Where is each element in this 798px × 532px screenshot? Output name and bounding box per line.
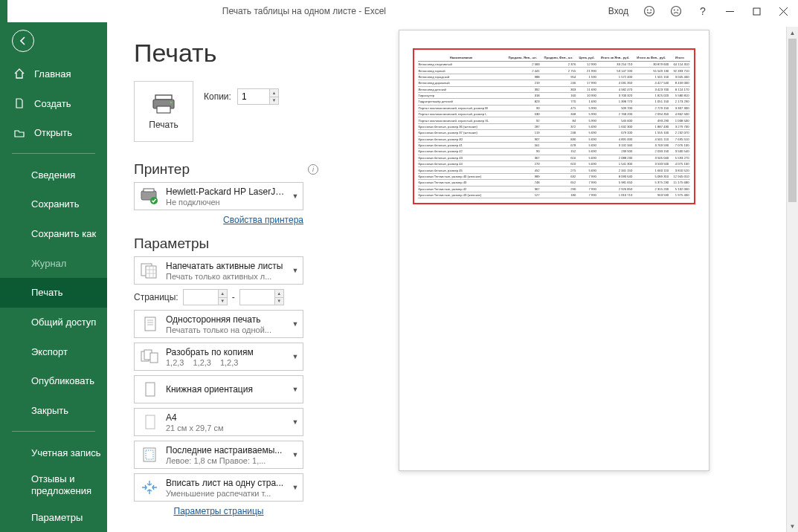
document-icon [13,97,25,109]
fit-dropdown[interactable]: Вписать лист на одну стра...Уменьшение р… [134,473,303,502]
svg-rect-23 [145,317,155,331]
sidebar-item-feedback[interactable]: Отзывы и предложения [0,467,107,503]
spinner-up[interactable]: ▲ [274,290,283,298]
paper-dropdown[interactable]: A421 см x 29,7 см ▼ [134,408,303,436]
sidebar-item-label: Создать [34,98,71,109]
chevron-down-icon: ▼ [291,320,300,328]
collate-icon [139,346,160,367]
sidebar-item-info[interactable]: Сведения [0,160,107,189]
close-button[interactable] [770,0,797,22]
print-button-label: Печать [149,120,178,130]
settings-heading: Параметры [134,236,209,252]
home-icon [13,68,25,80]
folder-open-icon [13,127,25,139]
copies-label: Копии: [204,91,231,102]
portrait-icon [139,379,160,400]
sidebar-item-account[interactable]: Учетная запись [0,438,107,467]
sidebar-item-publish[interactable]: Опубликовать [0,366,107,396]
window-title: Печать таблицы на одном листе - Excel [7,6,601,16]
printer-icon [151,93,176,115]
svg-point-2 [650,10,651,11]
spinner-up[interactable]: ▲ [269,89,278,97]
collate-dropdown[interactable]: Разобрать по копиям1,2,31,2,31,2,3 ▼ [134,343,303,371]
scroll-thumb[interactable] [788,39,797,202]
svg-point-0 [645,7,654,16]
face-happy-icon[interactable] [636,0,663,22]
svg-point-4 [674,10,675,11]
sidebar-item-open[interactable]: Открыть [0,118,107,148]
margins-dropdown[interactable]: Последние настраиваемы...Левое: 1,8 см П… [134,441,303,469]
paper-icon [139,412,160,432]
sidebar-item-saveas[interactable]: Сохранить как [0,219,107,249]
svg-rect-29 [150,353,158,363]
sidebar-item-export[interactable]: Экспорт [0,337,107,366]
sidebar-item-history[interactable]: Журнал [0,248,107,278]
spinner-down[interactable]: ▼ [218,298,227,305]
print-button[interactable]: Печать [134,81,193,142]
help-icon[interactable]: ? [689,0,716,22]
pages-label: Страницы: [134,292,178,302]
printer-status-icon [139,186,160,207]
fit-icon [139,477,160,498]
svg-rect-18 [146,266,156,278]
sides-dropdown[interactable]: Односторонняя печатьПечатать только на о… [134,310,303,338]
svg-rect-7 [753,8,760,15]
one-sided-icon [139,314,160,334]
print-what-dropdown[interactable]: Напечатать активные листыПечать только а… [134,256,303,285]
svg-point-3 [672,7,681,16]
svg-rect-31 [146,415,155,429]
sidebar-item-label: Открыть [34,127,72,138]
page-setup-link[interactable]: Параметры страницы [134,506,303,516]
svg-rect-15 [144,189,154,192]
minimize-button[interactable] [716,0,743,22]
scroll-up-button[interactable]: ▲ [787,27,798,39]
chevron-down-icon: ▼ [291,267,300,274]
spinner-up[interactable]: ▲ [218,290,227,298]
svg-rect-10 [155,95,172,100]
svg-point-1 [647,10,649,11]
preview-table: НаименованиеПродано, Янв., шт.Продано, Ф… [418,54,690,198]
sidebar-item-options[interactable]: Параметры [0,502,107,532]
printer-properties-link[interactable]: Свойства принтера [134,215,303,225]
svg-rect-30 [146,383,155,396]
margins-icon [139,444,160,465]
printer-dropdown[interactable]: Hewlett-Packard HP LaserJe...Не подключе… [134,182,303,210]
pages-sep: - [232,292,235,302]
page-heading: Печать [134,39,321,68]
back-button[interactable] [0,22,107,59]
printer-heading: Принтер [134,161,190,178]
svg-point-5 [677,10,678,11]
scroll-down-button[interactable]: ▼ [787,520,798,532]
maximize-button[interactable] [743,0,770,22]
sidebar-item-share[interactable]: Общий доступ [0,308,107,337]
chevron-down-icon: ▼ [291,192,300,200]
sidebar-item-home[interactable]: Главная [0,59,107,89]
sidebar-item-save[interactable]: Сохранить [0,189,107,219]
face-sad-icon[interactable] [663,0,689,22]
vertical-scrollbar[interactable]: ▲ ▼ [786,27,798,532]
svg-point-13 [170,102,173,104]
sidebar-item-new[interactable]: Создать [0,88,107,118]
sidebar-item-label: Главная [34,68,71,80]
orientation-dropdown[interactable]: Книжная ориентация ▼ [134,375,303,403]
chevron-down-icon: ▼ [291,418,300,426]
chevron-down-icon: ▼ [291,451,300,458]
spinner-down[interactable]: ▼ [274,298,283,305]
spinner-down[interactable]: ▼ [269,97,278,105]
login-button[interactable]: Вход [601,6,636,16]
sidebar-item-close[interactable]: Закрыть [0,396,107,426]
chevron-down-icon: ▼ [291,484,300,491]
svg-rect-12 [157,106,170,113]
print-preview: НаименованиеПродано, Янв., шт.Продано, Ф… [399,30,709,471]
chevron-down-icon: ▼ [291,353,300,360]
info-icon[interactable]: i [308,164,318,175]
sheets-icon [139,260,160,281]
chevron-down-icon: ▼ [291,386,300,393]
sidebar-item-print[interactable]: Печать [0,278,107,308]
